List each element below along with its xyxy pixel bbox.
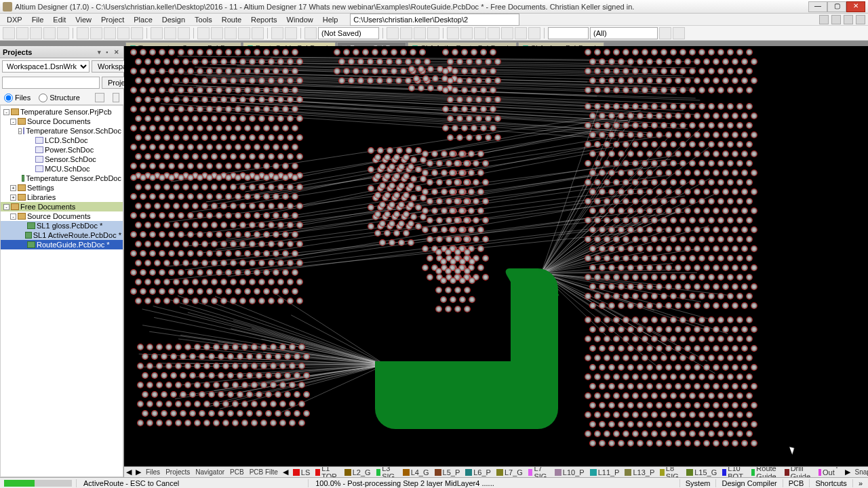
bga-pad[interactable] xyxy=(375,211,380,217)
bga-pad[interactable] xyxy=(131,251,136,256)
bga-pad[interactable] xyxy=(656,113,662,119)
bga-pad[interactable] xyxy=(737,274,743,280)
bga-pad[interactable] xyxy=(136,241,141,247)
bga-pad[interactable] xyxy=(637,151,643,157)
bga-pad[interactable] xyxy=(178,194,184,199)
layer-tab[interactable]: L11_P xyxy=(587,466,623,477)
bga-pad[interactable] xyxy=(264,270,269,275)
bga-pad[interactable] xyxy=(723,78,728,83)
bga-pad[interactable] xyxy=(197,144,203,150)
bga-pad[interactable] xyxy=(150,49,155,55)
bga-pad[interactable] xyxy=(292,87,298,93)
bga-pad[interactable] xyxy=(685,113,690,119)
bga-pad[interactable] xyxy=(628,384,633,389)
bga-pad[interactable] xyxy=(604,412,610,418)
bga-pad[interactable] xyxy=(709,393,714,399)
bga-pad[interactable] xyxy=(590,284,595,289)
bga-pad[interactable] xyxy=(140,144,146,150)
bga-pad[interactable] xyxy=(250,279,255,285)
bga-pad[interactable] xyxy=(595,355,600,361)
bga-pad[interactable] xyxy=(476,116,481,121)
bga-pad[interactable] xyxy=(747,274,752,280)
gear-icon[interactable] xyxy=(95,93,104,102)
bga-pad[interactable] xyxy=(245,144,250,150)
bga-pad[interactable] xyxy=(411,176,416,182)
bga-pad[interactable] xyxy=(150,251,155,256)
bga-pad[interactable] xyxy=(147,363,153,369)
bga-pad[interactable] xyxy=(136,260,141,266)
bga-pad[interactable] xyxy=(709,180,714,185)
bga-pad[interactable] xyxy=(652,317,657,323)
layer-tab[interactable]: L3 SIG xyxy=(374,466,400,477)
bga-pad[interactable] xyxy=(273,49,279,55)
bga-pad[interactable] xyxy=(604,104,610,109)
bga-pad[interactable] xyxy=(389,240,395,245)
bga-pad[interactable] xyxy=(176,363,181,369)
bga-pad[interactable] xyxy=(283,106,288,112)
bga-pad[interactable] xyxy=(145,116,151,121)
bga-pad[interactable] xyxy=(254,106,260,112)
bga-pad[interactable] xyxy=(437,218,442,223)
bga-pad[interactable] xyxy=(666,265,671,270)
bga-pad[interactable] xyxy=(441,227,447,232)
bga-pad[interactable] xyxy=(585,49,591,55)
bga-pad[interactable] xyxy=(212,78,217,83)
bga-pad[interactable] xyxy=(585,355,591,361)
bga-pad[interactable] xyxy=(240,78,245,83)
bga-pad[interactable] xyxy=(411,195,416,201)
bga-pad[interactable] xyxy=(590,208,595,214)
bga-pad[interactable] xyxy=(751,113,757,119)
bga-pad[interactable] xyxy=(299,363,304,369)
bga-pad[interactable] xyxy=(599,422,605,427)
bga-pad[interactable] xyxy=(642,293,648,299)
bga-pad[interactable] xyxy=(680,68,686,74)
bga-pad[interactable] xyxy=(193,260,198,266)
bga-pad[interactable] xyxy=(183,184,189,190)
bga-pad[interactable] xyxy=(273,87,279,93)
bga-pad[interactable] xyxy=(427,274,433,280)
bga-pad[interactable] xyxy=(228,411,233,416)
bga-pad[interactable] xyxy=(647,327,652,332)
bga-pad[interactable] xyxy=(628,132,633,138)
bga-pad[interactable] xyxy=(675,78,681,83)
bga-pad[interactable] xyxy=(294,411,300,416)
bga-pad[interactable] xyxy=(155,184,160,190)
bga-pad[interactable] xyxy=(476,135,481,140)
bga-pad[interactable] xyxy=(214,401,219,407)
bga-pad[interactable] xyxy=(737,87,743,93)
bga-pad[interactable] xyxy=(454,180,460,185)
bga-pad[interactable] xyxy=(661,374,667,380)
bga-pad[interactable] xyxy=(131,68,136,74)
bga-pad[interactable] xyxy=(656,132,662,138)
bga-pad[interactable] xyxy=(216,270,222,275)
bga-pad[interactable] xyxy=(671,180,676,185)
bga-pad[interactable] xyxy=(699,412,705,418)
bga-pad[interactable] xyxy=(254,213,260,218)
bga-pad[interactable] xyxy=(709,123,714,128)
bga-pad[interactable] xyxy=(476,78,481,83)
bga-pad[interactable] xyxy=(174,298,179,304)
bga-pad[interactable] xyxy=(159,175,165,180)
bga-pad[interactable] xyxy=(183,135,189,140)
bga-pad[interactable] xyxy=(136,116,141,121)
side-tab[interactable]: PCB xyxy=(227,468,247,476)
bga-pad[interactable] xyxy=(742,208,747,214)
bga-pad[interactable] xyxy=(228,373,233,378)
bga-pad[interactable] xyxy=(178,213,184,218)
bga-pad[interactable] xyxy=(604,355,610,361)
bga-pad[interactable] xyxy=(471,125,477,131)
cut-icon[interactable] xyxy=(151,27,163,39)
bga-pad[interactable] xyxy=(680,355,686,361)
bga-pad[interactable] xyxy=(250,135,255,140)
bga-pad[interactable] xyxy=(297,97,302,102)
bga-pad[interactable] xyxy=(380,221,385,226)
bga-pad[interactable] xyxy=(604,49,610,55)
bga-pad[interactable] xyxy=(599,327,605,332)
bga-pad[interactable] xyxy=(680,180,686,185)
bga-pad[interactable] xyxy=(231,154,236,159)
bga-pad[interactable] xyxy=(709,431,714,436)
bga-pad[interactable] xyxy=(623,49,629,55)
bga-pad[interactable] xyxy=(675,227,681,232)
bga-pad[interactable] xyxy=(595,104,600,109)
bga-pad[interactable] xyxy=(590,189,595,195)
